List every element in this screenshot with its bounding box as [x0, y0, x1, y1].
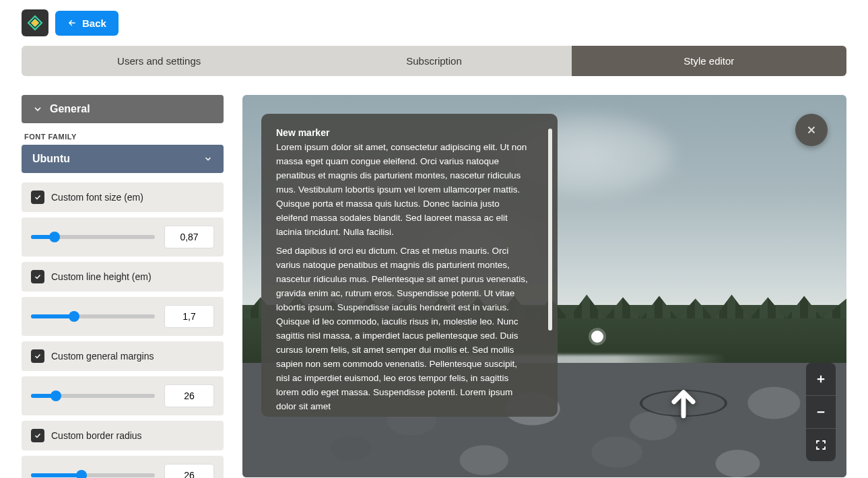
tabs-bar: Users and settings Subscription Style ed…: [22, 46, 846, 76]
slider-margins: 26: [22, 376, 224, 415]
slider-border-radius: 26: [22, 456, 224, 478]
scrollbar[interactable]: [548, 129, 552, 331]
option-line-height: Custom line height (em): [22, 262, 224, 292]
slider-track[interactable]: [31, 235, 155, 239]
font-family-value: Ubuntu: [32, 153, 70, 165]
viewer-controls: [806, 363, 836, 461]
marker-paragraph: Lorem ipsum dolor sit amet, consectetur …: [276, 141, 531, 239]
option-label: Custom border radius: [51, 430, 142, 441]
chevron-down-icon: [203, 154, 213, 164]
arrow-up-icon: [665, 384, 702, 422]
fullscreen-button[interactable]: [806, 429, 836, 461]
slider-font-size: 0,87: [22, 217, 224, 257]
checkbox-line-height[interactable]: [31, 270, 44, 283]
section-general-header[interactable]: General: [22, 95, 224, 123]
section-title: General: [50, 103, 90, 115]
style-sidebar: General FONT FAMILY Ubuntu Custom font s…: [22, 95, 224, 478]
close-marker-button[interactable]: [795, 114, 828, 146]
close-icon: [805, 124, 817, 136]
top-bar: Back: [0, 0, 868, 46]
checkbox-margins[interactable]: [31, 349, 44, 363]
chevron-down-icon: [32, 104, 43, 114]
checkbox-border-radius[interactable]: [31, 429, 44, 442]
slider-value[interactable]: 0,87: [164, 226, 214, 248]
check-icon: [34, 273, 42, 281]
option-label: Custom line height (em): [51, 271, 152, 282]
slider-track[interactable]: [31, 473, 155, 477]
check-icon: [34, 193, 42, 201]
app-logo: [22, 9, 48, 36]
hotspot-marker[interactable]: [591, 331, 603, 343]
option-label: Custom font size (em): [51, 192, 143, 203]
plus-icon: [815, 373, 827, 385]
option-font-size: Custom font size (em): [22, 182, 224, 212]
check-icon: [34, 432, 42, 440]
marker-paragraph: Sed dapibus id orci eu dictum. Cras et m…: [276, 244, 531, 413]
back-button[interactable]: Back: [55, 11, 119, 36]
font-family-dropdown[interactable]: Ubuntu: [22, 145, 224, 173]
nav-forward-arrow[interactable]: [640, 376, 727, 430]
zoom-out-button[interactable]: [806, 396, 836, 428]
back-label: Back: [82, 18, 106, 29]
arrow-left-icon: [67, 18, 77, 28]
option-label: Custom general margins: [51, 351, 154, 362]
tab-style-editor[interactable]: Style editor: [572, 46, 846, 76]
marker-tooltip: New marker Lorem ipsum dolor sit amet, c…: [261, 114, 558, 417]
marker-body: Lorem ipsum dolor sit amet, consectetur …: [276, 141, 543, 414]
main-area: General FONT FAMILY Ubuntu Custom font s…: [0, 76, 868, 478]
slider-line-height: 1,7: [22, 297, 224, 336]
marker-title: New marker: [276, 127, 543, 138]
preview-panel[interactable]: New marker Lorem ipsum dolor sit amet, c…: [242, 95, 846, 477]
font-family-label: FONT FAMILY: [22, 133, 224, 141]
tab-subscription[interactable]: Subscription: [296, 46, 571, 76]
checkbox-font-size[interactable]: [31, 191, 44, 204]
slider-track[interactable]: [31, 314, 155, 318]
slider-value[interactable]: 1,7: [164, 305, 214, 328]
minus-icon: [815, 406, 827, 418]
option-border-radius: Custom border radius: [22, 421, 224, 450]
slider-value[interactable]: 26: [164, 464, 214, 478]
fullscreen-icon: [815, 439, 827, 451]
tab-users-settings[interactable]: Users and settings: [22, 46, 296, 76]
slider-track[interactable]: [31, 394, 155, 398]
slider-value[interactable]: 26: [164, 384, 214, 407]
zoom-in-button[interactable]: [806, 363, 836, 395]
check-icon: [34, 352, 42, 360]
option-margins: Custom general margins: [22, 341, 224, 371]
